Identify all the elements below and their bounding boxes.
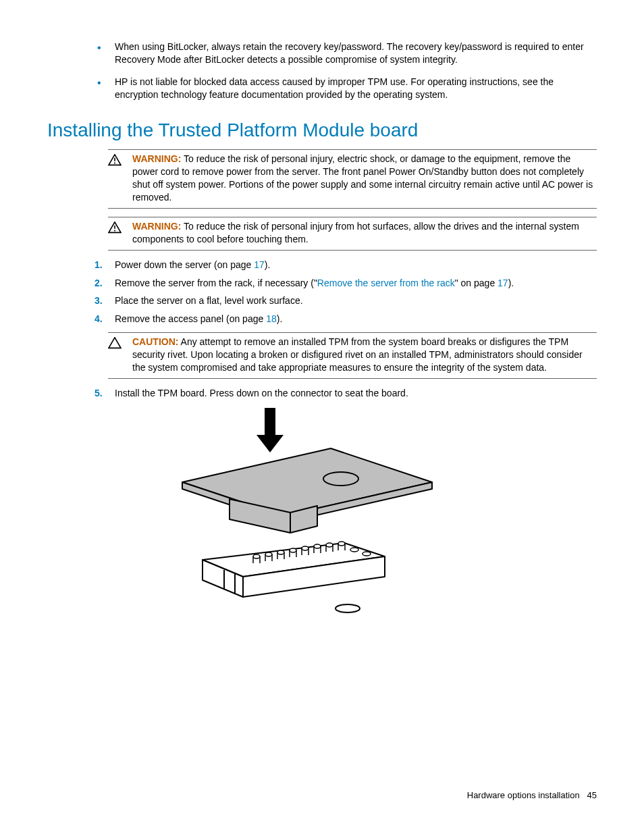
step-number: 2. [95,277,103,290]
footer-page-number: 45 [587,790,597,800]
step-text: Install the TPM board. Press down on the… [115,388,408,398]
caution-text: Any attempt to remove an installed TPM f… [132,336,583,373]
svg-point-41 [338,542,345,546]
page-link[interactable]: 17 [498,278,508,288]
step-text: " on page [455,278,498,288]
warning-label: WARNING: [132,153,181,164]
svg-point-35 [314,544,321,548]
svg-point-45 [363,552,371,556]
page-footer: Hardware options installation 45 [47,789,597,802]
svg-point-46 [336,604,360,613]
step-item: 3. Place the server on a flat, level wor… [88,294,597,307]
step-text: Place the server on a flat, level work s… [115,295,303,306]
step-number: 4. [95,313,103,325]
warning-icon [108,225,122,236]
svg-point-20 [253,554,260,558]
bullet-item: When using BitLocker, always retain the … [88,41,597,66]
warning-label: WARNING: [132,221,181,232]
intro-bullet-list: When using BitLocker, always retain the … [47,41,597,101]
step-list-continued: 5. Install the TPM board. Press down on … [88,387,597,400]
page-link[interactable]: 17 [254,259,265,270]
tpm-install-diagram [162,408,597,621]
step-list: 1. Power down the server (on page 17). 2… [88,259,597,326]
svg-rect-7 [265,408,275,435]
svg-point-23 [265,552,272,556]
step-number: 1. [95,259,103,271]
warning-box: WARNING: To reduce the risk of personal … [108,149,597,209]
step-number: 5. [95,387,103,400]
warning-text: To reduce the risk of personal injury, e… [132,153,593,203]
step-text: ). [508,278,514,288]
bullet-item: HP is not liable for blocked data access… [88,76,597,101]
caution-label: CAUTION: [132,336,178,347]
warning-text: To reduce the risk of personal injury fr… [132,221,579,244]
step-item: 4. Remove the access panel (on page 18). [88,313,597,325]
svg-marker-8 [257,435,284,452]
step-text: Remove the access panel (on page [115,313,266,324]
svg-marker-9 [182,448,432,516]
svg-point-38 [326,543,333,547]
xref-link[interactable]: Remove the server from the rack [317,278,455,288]
step-text: ). [277,313,283,324]
svg-point-44 [350,548,358,552]
caution-box: CAUTION: Any attempt to remove an instal… [108,332,597,379]
warning-icon [108,157,122,168]
page-link[interactable]: 18 [266,313,277,324]
svg-point-2 [114,163,115,164]
step-text: ). [265,259,271,270]
svg-point-32 [302,546,308,550]
warning-box: WARNING: To reduce the risk of personal … [108,217,597,251]
svg-point-29 [290,548,296,552]
svg-point-26 [277,550,284,554]
svg-marker-6 [109,338,121,348]
section-heading: Installing the Trusted Platform Module b… [47,118,597,143]
footer-section: Hardware options installation [467,790,580,800]
svg-point-5 [114,230,115,231]
step-text: Power down the server (on page [115,259,254,270]
step-text: Remove the server from the rack, if nece… [115,278,317,288]
step-item: 5. Install the TPM board. Press down on … [88,387,597,400]
caution-icon [108,340,122,351]
step-number: 3. [95,294,103,307]
step-item: 2. Remove the server from the rack, if n… [88,277,597,290]
step-item: 1. Power down the server (on page 17). [88,259,597,271]
